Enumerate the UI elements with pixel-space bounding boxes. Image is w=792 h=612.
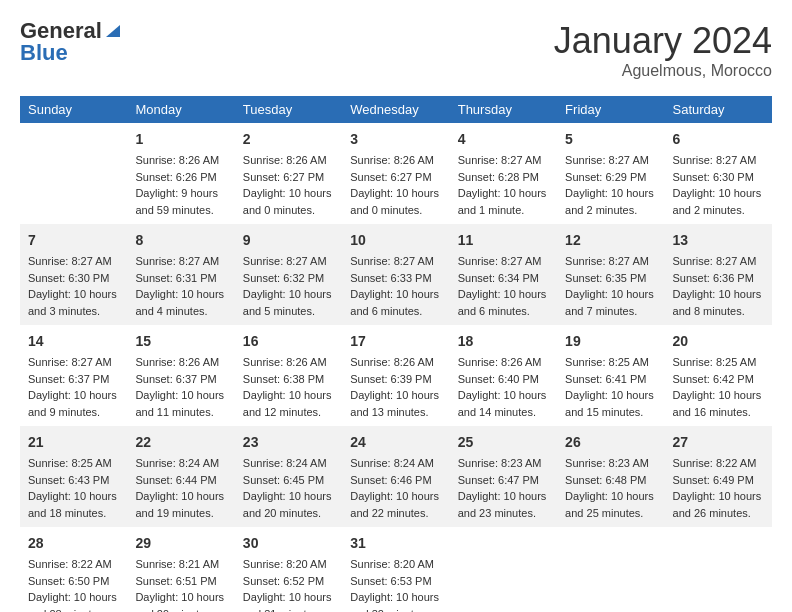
calendar-table: Sunday Monday Tuesday Wednesday Thursday… <box>20 96 772 612</box>
day-info: Sunrise: 8:27 AMSunset: 6:37 PMDaylight:… <box>28 354 119 420</box>
day-info: Sunrise: 8:20 AMSunset: 6:52 PMDaylight:… <box>243 556 334 612</box>
calendar-week-row: 1Sunrise: 8:26 AMSunset: 6:26 PMDaylight… <box>20 123 772 224</box>
day-number: 8 <box>135 230 226 251</box>
day-number: 22 <box>135 432 226 453</box>
day-number: 18 <box>458 331 549 352</box>
table-row: 15Sunrise: 8:26 AMSunset: 6:37 PMDayligh… <box>127 325 234 426</box>
day-info: Sunrise: 8:26 AMSunset: 6:37 PMDaylight:… <box>135 354 226 420</box>
day-number: 13 <box>673 230 764 251</box>
day-info: Sunrise: 8:27 AMSunset: 6:33 PMDaylight:… <box>350 253 441 319</box>
day-number: 10 <box>350 230 441 251</box>
calendar-week-row: 14Sunrise: 8:27 AMSunset: 6:37 PMDayligh… <box>20 325 772 426</box>
day-info: Sunrise: 8:27 AMSunset: 6:34 PMDaylight:… <box>458 253 549 319</box>
table-row: 8Sunrise: 8:27 AMSunset: 6:31 PMDaylight… <box>127 224 234 325</box>
table-row: 5Sunrise: 8:27 AMSunset: 6:29 PMDaylight… <box>557 123 664 224</box>
calendar-week-row: 7Sunrise: 8:27 AMSunset: 6:30 PMDaylight… <box>20 224 772 325</box>
day-info: Sunrise: 8:27 AMSunset: 6:36 PMDaylight:… <box>673 253 764 319</box>
day-info: Sunrise: 8:26 AMSunset: 6:27 PMDaylight:… <box>243 152 334 218</box>
svg-marker-0 <box>106 25 120 37</box>
logo: General Blue <box>20 20 122 64</box>
day-number: 1 <box>135 129 226 150</box>
day-info: Sunrise: 8:27 AMSunset: 6:30 PMDaylight:… <box>673 152 764 218</box>
col-saturday: Saturday <box>665 96 772 123</box>
day-number: 12 <box>565 230 656 251</box>
day-info: Sunrise: 8:27 AMSunset: 6:28 PMDaylight:… <box>458 152 549 218</box>
day-number: 29 <box>135 533 226 554</box>
title-block: January 2024 Aguelmous, Morocco <box>554 20 772 80</box>
day-number: 23 <box>243 432 334 453</box>
table-row: 21Sunrise: 8:25 AMSunset: 6:43 PMDayligh… <box>20 426 127 527</box>
day-info: Sunrise: 8:26 AMSunset: 6:26 PMDaylight:… <box>135 152 226 218</box>
day-number: 15 <box>135 331 226 352</box>
table-row <box>450 527 557 612</box>
day-number: 21 <box>28 432 119 453</box>
day-number: 11 <box>458 230 549 251</box>
day-info: Sunrise: 8:24 AMSunset: 6:45 PMDaylight:… <box>243 455 334 521</box>
day-info: Sunrise: 8:26 AMSunset: 6:39 PMDaylight:… <box>350 354 441 420</box>
table-row: 2Sunrise: 8:26 AMSunset: 6:27 PMDaylight… <box>235 123 342 224</box>
day-info: Sunrise: 8:25 AMSunset: 6:41 PMDaylight:… <box>565 354 656 420</box>
day-number: 4 <box>458 129 549 150</box>
table-row: 1Sunrise: 8:26 AMSunset: 6:26 PMDaylight… <box>127 123 234 224</box>
day-info: Sunrise: 8:26 AMSunset: 6:40 PMDaylight:… <box>458 354 549 420</box>
col-thursday: Thursday <box>450 96 557 123</box>
table-row: 11Sunrise: 8:27 AMSunset: 6:34 PMDayligh… <box>450 224 557 325</box>
table-row: 3Sunrise: 8:26 AMSunset: 6:27 PMDaylight… <box>342 123 449 224</box>
day-number: 17 <box>350 331 441 352</box>
day-info: Sunrise: 8:24 AMSunset: 6:44 PMDaylight:… <box>135 455 226 521</box>
col-monday: Monday <box>127 96 234 123</box>
table-row <box>557 527 664 612</box>
table-row: 12Sunrise: 8:27 AMSunset: 6:35 PMDayligh… <box>557 224 664 325</box>
day-number: 2 <box>243 129 334 150</box>
table-row: 6Sunrise: 8:27 AMSunset: 6:30 PMDaylight… <box>665 123 772 224</box>
day-info: Sunrise: 8:20 AMSunset: 6:53 PMDaylight:… <box>350 556 441 612</box>
day-info: Sunrise: 8:25 AMSunset: 6:43 PMDaylight:… <box>28 455 119 521</box>
day-info: Sunrise: 8:24 AMSunset: 6:46 PMDaylight:… <box>350 455 441 521</box>
table-row: 20Sunrise: 8:25 AMSunset: 6:42 PMDayligh… <box>665 325 772 426</box>
logo-blue-text: Blue <box>20 42 68 64</box>
calendar-week-row: 21Sunrise: 8:25 AMSunset: 6:43 PMDayligh… <box>20 426 772 527</box>
table-row: 26Sunrise: 8:23 AMSunset: 6:48 PMDayligh… <box>557 426 664 527</box>
col-tuesday: Tuesday <box>235 96 342 123</box>
day-number: 3 <box>350 129 441 150</box>
table-row: 7Sunrise: 8:27 AMSunset: 6:30 PMDaylight… <box>20 224 127 325</box>
day-info: Sunrise: 8:27 AMSunset: 6:29 PMDaylight:… <box>565 152 656 218</box>
logo-icon <box>104 21 122 39</box>
table-row: 18Sunrise: 8:26 AMSunset: 6:40 PMDayligh… <box>450 325 557 426</box>
table-row: 27Sunrise: 8:22 AMSunset: 6:49 PMDayligh… <box>665 426 772 527</box>
day-info: Sunrise: 8:27 AMSunset: 6:35 PMDaylight:… <box>565 253 656 319</box>
table-row: 23Sunrise: 8:24 AMSunset: 6:45 PMDayligh… <box>235 426 342 527</box>
day-info: Sunrise: 8:27 AMSunset: 6:30 PMDaylight:… <box>28 253 119 319</box>
table-row: 25Sunrise: 8:23 AMSunset: 6:47 PMDayligh… <box>450 426 557 527</box>
day-number: 19 <box>565 331 656 352</box>
table-row: 4Sunrise: 8:27 AMSunset: 6:28 PMDaylight… <box>450 123 557 224</box>
day-number: 7 <box>28 230 119 251</box>
page-header: General Blue January 2024 Aguelmous, Mor… <box>20 20 772 80</box>
day-info: Sunrise: 8:27 AMSunset: 6:32 PMDaylight:… <box>243 253 334 319</box>
day-number: 26 <box>565 432 656 453</box>
day-number: 25 <box>458 432 549 453</box>
header-row: Sunday Monday Tuesday Wednesday Thursday… <box>20 96 772 123</box>
table-row: 24Sunrise: 8:24 AMSunset: 6:46 PMDayligh… <box>342 426 449 527</box>
day-number: 5 <box>565 129 656 150</box>
day-number: 9 <box>243 230 334 251</box>
table-row: 10Sunrise: 8:27 AMSunset: 6:33 PMDayligh… <box>342 224 449 325</box>
table-row <box>20 123 127 224</box>
day-info: Sunrise: 8:22 AMSunset: 6:49 PMDaylight:… <box>673 455 764 521</box>
logo-general-text: General <box>20 20 102 42</box>
day-info: Sunrise: 8:23 AMSunset: 6:47 PMDaylight:… <box>458 455 549 521</box>
day-info: Sunrise: 8:26 AMSunset: 6:38 PMDaylight:… <box>243 354 334 420</box>
day-number: 20 <box>673 331 764 352</box>
col-friday: Friday <box>557 96 664 123</box>
table-row: 14Sunrise: 8:27 AMSunset: 6:37 PMDayligh… <box>20 325 127 426</box>
day-info: Sunrise: 8:23 AMSunset: 6:48 PMDaylight:… <box>565 455 656 521</box>
day-number: 31 <box>350 533 441 554</box>
table-row: 28Sunrise: 8:22 AMSunset: 6:50 PMDayligh… <box>20 527 127 612</box>
table-row: 22Sunrise: 8:24 AMSunset: 6:44 PMDayligh… <box>127 426 234 527</box>
calendar-week-row: 28Sunrise: 8:22 AMSunset: 6:50 PMDayligh… <box>20 527 772 612</box>
day-info: Sunrise: 8:21 AMSunset: 6:51 PMDaylight:… <box>135 556 226 612</box>
day-number: 16 <box>243 331 334 352</box>
table-row: 30Sunrise: 8:20 AMSunset: 6:52 PMDayligh… <box>235 527 342 612</box>
day-info: Sunrise: 8:27 AMSunset: 6:31 PMDaylight:… <box>135 253 226 319</box>
table-row: 17Sunrise: 8:26 AMSunset: 6:39 PMDayligh… <box>342 325 449 426</box>
